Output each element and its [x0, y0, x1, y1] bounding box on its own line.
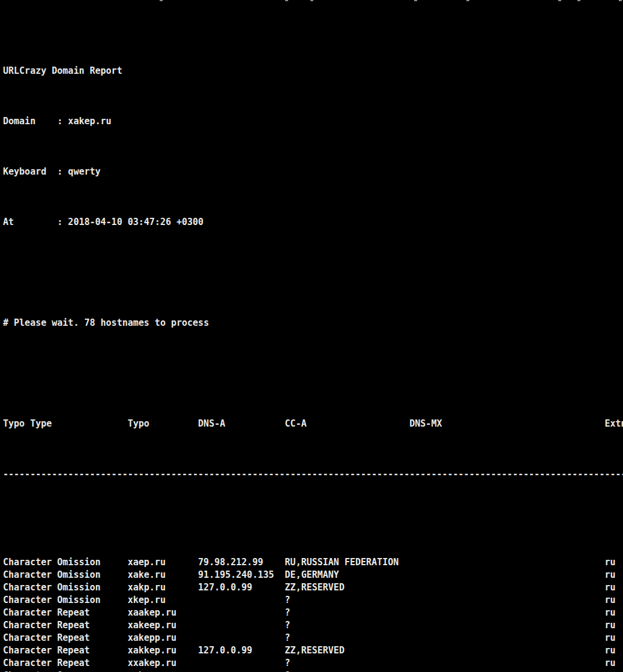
- cell-typo: xaakep.ru: [128, 607, 198, 619]
- field-value-keyboard: qwerty: [68, 166, 100, 177]
- cell-typo-type: Character Omission: [3, 569, 128, 581]
- cell-extn: ru: [604, 607, 615, 619]
- table-row: Character Omissionxkep.ru?ru: [3, 594, 623, 607]
- cell-cc-a: ZZ,RESERVED: [285, 581, 410, 594]
- cell-extn: ru: [604, 556, 615, 569]
- cell-typo-type: Character Omission: [3, 594, 128, 607]
- table-separator: ----------------------------------------…: [3, 468, 623, 481]
- table-row: Character Omissionxake.ru91.195.240.135D…: [3, 569, 623, 581]
- cell-typo: xakeep.ru: [128, 619, 198, 632]
- report-field-keyboard: Keyboard: qwerty: [3, 166, 623, 178]
- cell-extn: ru: [604, 581, 615, 594]
- header-typo-type: Typo Type: [3, 418, 128, 430]
- table-header-row: Typo TypeTypoDNS-ACC-ADNS-MXExtn: [3, 418, 623, 430]
- cell-typo-type: Character Repeat: [3, 632, 128, 644]
- blank-line: [3, 266, 623, 279]
- cell-cc-a: ?: [285, 619, 410, 632]
- cell-cc-a: ?: [285, 657, 410, 670]
- cell-typo: xxakep.ru: [128, 657, 198, 670]
- cell-typo: xakkep.ru: [128, 644, 198, 657]
- cell-extn: ru: [604, 644, 615, 657]
- cell-dns-a: 79.98.212.99: [198, 556, 284, 569]
- header-cc-a: CC-A: [285, 418, 410, 430]
- cell-extn: ru: [604, 569, 615, 581]
- cell-extn: ru: [604, 632, 615, 644]
- table-row: Character Repeatxaakep.ru?ru: [3, 607, 623, 619]
- cell-extn: ru: [604, 594, 615, 607]
- cell-typo: axkep.ru: [128, 670, 198, 672]
- cell-cc-a: ?: [285, 632, 410, 644]
- field-value-at: 2018-04-10 03:47:26 +0300: [68, 217, 203, 227]
- table-row: Character Repeatxakeep.ru?ru: [3, 619, 623, 632]
- cell-cc-a: RU,RUSSIAN FEDERATION: [285, 556, 410, 569]
- field-colon: :: [57, 166, 68, 177]
- cell-cc-a: ?: [285, 594, 410, 607]
- cell-typo-type: Character Repeat: [3, 607, 128, 619]
- table-row: Character Repeatxxakep.ru?ru: [3, 657, 623, 670]
- table-row: Character Omissionxaep.ru79.98.212.99RU,…: [3, 556, 623, 569]
- cell-extn: ru: [604, 657, 615, 670]
- cell-dns-a: 127.0.0.99: [198, 644, 284, 657]
- cell-extn: ru: [604, 670, 615, 672]
- clipped-previous-line: [0, 0, 623, 2]
- header-typo: Typo: [128, 418, 198, 430]
- cell-typo: xakepp.ru: [128, 632, 198, 644]
- report-title: URLCrazy Domain Report: [3, 65, 623, 77]
- cell-typo: xakp.ru: [128, 581, 198, 594]
- cell-cc-a: DE,GERMANY: [285, 569, 410, 581]
- field-colon: :: [57, 217, 68, 227]
- cell-typo-type: Character Swap: [3, 670, 128, 672]
- field-label-domain: Domain: [3, 115, 57, 128]
- cell-typo-type: Character Repeat: [3, 644, 128, 657]
- terminal-window: URLCrazy Domain Report Domain: xakep.ru …: [0, 0, 623, 672]
- header-dns-mx: DNS-MX: [409, 418, 604, 430]
- report-field-domain: Domain: xakep.ru: [3, 115, 623, 128]
- cell-typo-type: Character Omission: [3, 556, 128, 569]
- cell-typo: xaep.ru: [128, 556, 198, 569]
- field-label-at: At: [3, 216, 57, 229]
- table-body: Character Omissionxaep.ru79.98.212.99RU,…: [3, 518, 623, 672]
- cell-typo: xkep.ru: [128, 594, 198, 607]
- cell-cc-a: ZZ,RESERVED: [285, 644, 410, 657]
- progress-notice: # Please wait. 78 hostnames to process: [3, 317, 623, 329]
- cell-dns-a: 91.195.240.135: [198, 569, 284, 581]
- cell-cc-a: ?: [285, 670, 410, 672]
- table-row: Character Repeatxakepp.ru?ru: [3, 632, 623, 644]
- blank-line: [3, 367, 623, 380]
- cell-cc-a: ?: [285, 607, 410, 619]
- table-row: Character Omissionxakp.ru127.0.0.99ZZ,RE…: [3, 581, 623, 594]
- cell-extn: ru: [604, 619, 615, 632]
- cell-dns-a: 127.0.0.99: [198, 581, 284, 594]
- header-extn: Extn: [604, 418, 623, 430]
- cell-typo-type: Character Repeat: [3, 657, 128, 670]
- field-value-domain: xakep.ru: [68, 116, 111, 127]
- table-row: Character Repeatxakkep.ru127.0.0.99ZZ,RE…: [3, 644, 623, 657]
- cell-typo: xake.ru: [128, 569, 198, 581]
- table-row: Character Swapaxkep.ru?ru: [3, 670, 623, 672]
- field-label-keyboard: Keyboard: [3, 166, 57, 178]
- field-colon: :: [57, 116, 68, 127]
- header-dns-a: DNS-A: [198, 418, 284, 430]
- cell-typo-type: Character Omission: [3, 581, 128, 594]
- report-field-at: At: 2018-04-10 03:47:26 +0300: [3, 216, 623, 229]
- cell-typo-type: Character Repeat: [3, 619, 128, 632]
